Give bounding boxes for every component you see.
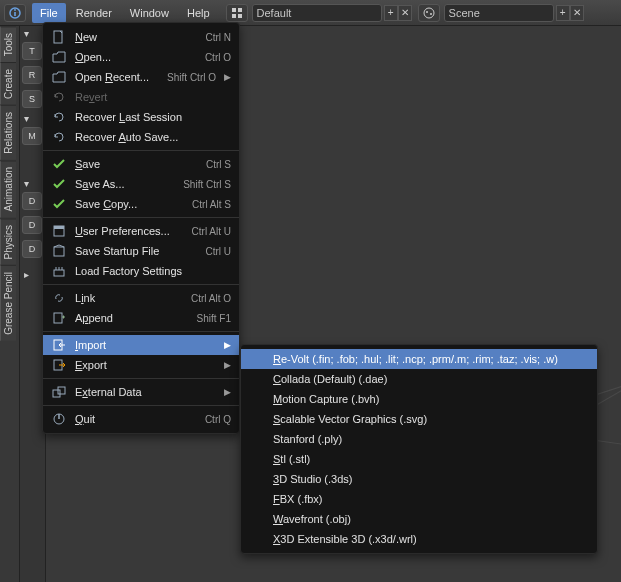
menu-item-label: FBX (.fbx) [273,493,589,505]
screen-browse-button[interactable] [226,4,248,22]
screen-add-button[interactable]: + [384,5,398,21]
svg-rect-5 [232,14,236,18]
grid-icon [231,7,243,19]
file-menu-item[interactable]: Save Copy...Ctrl Alt S [43,194,239,214]
tool-btn-r[interactable]: R [22,66,42,84]
menu-item-label: Stl (.stl) [273,453,589,465]
menu-item-label: Quit [75,413,197,425]
menu-render[interactable]: Render [68,3,120,23]
file-menu-item[interactable]: Export▶ [43,355,239,375]
file-menu-item[interactable]: Import▶ [43,335,239,355]
submenu-arrow-icon: ▶ [224,387,231,397]
menu-item-label: Collada (Default) (.dae) [273,373,589,385]
scene-icon [423,7,435,19]
tab-relations[interactable]: Relations [0,105,16,160]
menu-item-label: Wavefront (.obj) [273,513,589,525]
scene-add-button[interactable]: + [556,5,570,21]
import-submenu-item[interactable]: Stl (.stl) [241,449,597,469]
tool-btn-d2[interactable]: D [22,216,42,234]
file-menu-item[interactable]: SaveCtrl S [43,154,239,174]
import-submenu-item[interactable]: Re-Volt (.fin; .fob; .hul; .lit; .ncp; .… [241,349,597,369]
menu-item-label: Stanford (.ply) [273,433,589,445]
tab-animation[interactable]: Animation [0,160,16,217]
import-submenu-item[interactable]: X3D Extensible 3D (.x3d/.wrl) [241,529,597,549]
menu-item-label: New [75,31,197,43]
tool-btn-d1[interactable]: D [22,192,42,210]
external-icon [51,385,67,399]
svg-rect-6 [238,14,242,18]
svg-rect-13 [54,247,64,256]
import-submenu-item[interactable]: Collada (Default) (.dae) [241,369,597,389]
tool-btn-m[interactable]: M [22,127,42,145]
menu-separator [43,284,239,285]
file-menu-item[interactable]: Recover Auto Save... [43,127,239,147]
file-menu-dropdown: NewCtrl NOpen...Ctrl OOpen Recent...Shif… [42,22,240,434]
import-submenu: Re-Volt (.fin; .fob; .hul; .lit; .ncp; .… [240,344,598,554]
tool-btn-t[interactable]: T [22,42,42,60]
folder-icon [51,70,67,84]
tool-btn-s[interactable]: S [22,90,42,108]
submenu-arrow-icon: ▶ [224,340,231,350]
menu-item-label: Scalable Vector Graphics (.svg) [273,413,589,425]
file-menu-item[interactable]: Open Recent...Shift Ctrl O▶ [43,67,239,87]
scene-field[interactable]: Scene [444,4,554,22]
menu-item-label: Revert [75,91,231,103]
editor-type-button[interactable] [4,4,26,22]
file-menu-item[interactable]: LinkCtrl Alt O [43,288,239,308]
check-icon [51,157,67,171]
menu-separator [43,331,239,332]
menu-item-label: Open... [75,51,197,63]
menu-item-label: Save Startup File [75,245,197,257]
info-icon [9,7,21,19]
file-menu-item: Revert [43,87,239,107]
file-menu-item[interactable]: Save As...Shift Ctrl S [43,174,239,194]
menu-item-label: Save Copy... [75,198,184,210]
screen-layout-field[interactable]: Default [252,4,382,22]
tool-btn-d3[interactable]: D [22,240,42,258]
menu-item-shortcut: Ctrl Alt O [191,293,231,304]
file-menu-item[interactable]: NewCtrl N [43,27,239,47]
link-icon [51,291,67,305]
menu-file[interactable]: File [32,3,66,23]
import-submenu-item[interactable]: 3D Studio (.3ds) [241,469,597,489]
tab-grease-pencil[interactable]: Grease Pencil [0,265,16,341]
menu-item-shortcut: Shift F1 [197,313,231,324]
file-menu-item[interactable]: External Data▶ [43,382,239,402]
svg-point-2 [14,9,16,11]
menu-item-label: Append [75,312,189,324]
menu-window[interactable]: Window [122,3,177,23]
folder-icon [51,50,67,64]
file-menu-item[interactable]: Recover Last Session [43,107,239,127]
import-submenu-item[interactable]: Motion Capture (.bvh) [241,389,597,409]
menu-item-label: Save As... [75,178,175,190]
import-submenu-item[interactable]: FBX (.fbx) [241,489,597,509]
scene-delete-button[interactable]: ✕ [570,5,584,21]
menu-item-shortcut: Ctrl N [205,32,231,43]
menu-help[interactable]: Help [179,3,218,23]
check-icon [51,197,67,211]
file-menu-item[interactable]: Save Startup FileCtrl U [43,241,239,261]
menu-separator [43,378,239,379]
file-menu-item[interactable]: QuitCtrl Q [43,409,239,429]
import-submenu-item[interactable]: Scalable Vector Graphics (.svg) [241,409,597,429]
save-startup-icon [51,244,67,258]
menu-item-shortcut: Ctrl O [205,52,231,63]
screen-delete-button[interactable]: ✕ [398,5,412,21]
tab-create[interactable]: Create [0,62,16,105]
file-menu-item[interactable]: User Preferences...Ctrl Alt U [43,221,239,241]
menu-item-shortcut: Ctrl Alt S [192,199,231,210]
svg-rect-15 [54,313,62,323]
import-submenu-item[interactable]: Wavefront (.obj) [241,509,597,529]
file-menu-item[interactable]: Open...Ctrl O [43,47,239,67]
tab-physics[interactable]: Physics [0,218,16,265]
import-submenu-item[interactable]: Stanford (.ply) [241,429,597,449]
menu-item-shortcut: Ctrl U [205,246,231,257]
scene-browse-button[interactable] [418,4,440,22]
tab-tools[interactable]: Tools [0,26,16,62]
menu-item-label: 3D Studio (.3ds) [273,473,589,485]
revert-icon [51,90,67,104]
svg-point-8 [426,11,428,13]
file-menu-item[interactable]: AppendShift F1 [43,308,239,328]
svg-point-7 [424,8,434,18]
file-menu-item[interactable]: Load Factory Settings [43,261,239,281]
